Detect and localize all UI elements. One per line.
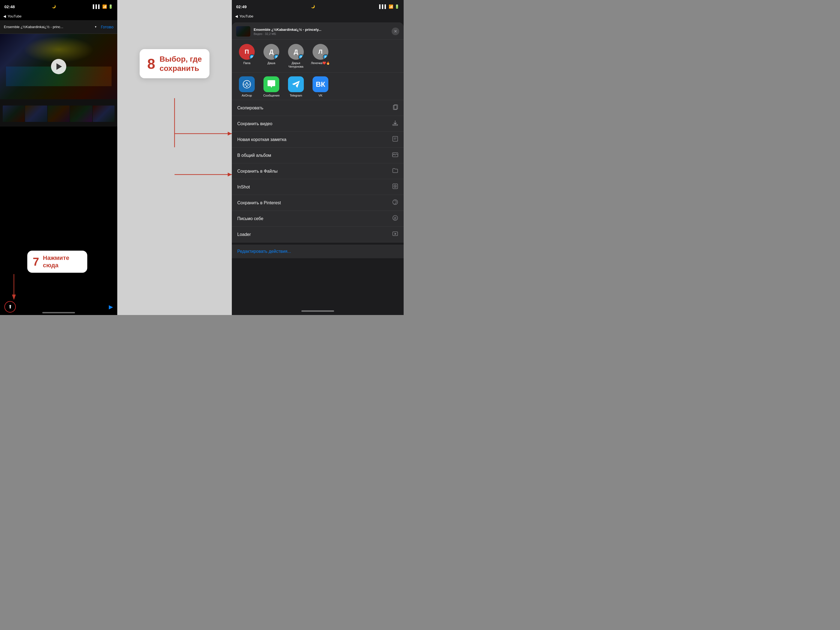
contact-darya[interactable]: Д ✈ ДарьяЧепурнова <box>284 44 308 68</box>
contact-avatar-papa: П ✈ <box>239 44 255 60</box>
signal-icon: ▌▌▌ <box>93 4 101 9</box>
action-save-video-label: Сохранить видео <box>237 122 272 126</box>
film-frame-2 <box>25 106 47 122</box>
callout-8: 8 Выбор, гдесохранить <box>140 49 210 78</box>
action-loader-label: Loader <box>237 232 251 237</box>
youtube-nav-right: ◀ YouTube <box>232 12 404 20</box>
contacts-row: П ✈ Папа Д ✈ Даша Д ✈ ДарьяЧепурнова <box>232 39 404 73</box>
svg-text:@: @ <box>394 216 396 219</box>
film-frame-5 <box>93 106 115 122</box>
play-button[interactable] <box>51 59 66 74</box>
battery-icon-right: 🔋 <box>395 4 399 9</box>
video-title-bar: Ensemble ¿½Kabardinkai¿½ - princ... ▾ Го… <box>0 20 117 34</box>
action-save-pinterest[interactable]: Сохранить в Pinterest <box>232 195 404 211</box>
youtube-label-right: YouTube <box>240 14 253 18</box>
contact-initial-darya: Д <box>294 48 298 55</box>
action-inshot[interactable]: InShot <box>232 179 404 195</box>
film-frame-4 <box>70 106 92 122</box>
telegram-badge-dasha: ✈ <box>274 54 279 60</box>
status-icons-left: ▌▌▌ 📶 🔋 <box>93 4 113 9</box>
dropdown-arrow[interactable]: ▾ <box>95 25 96 28</box>
action-shared-album[interactable]: В общий альбом <box>232 148 404 163</box>
time-right: 02:49 <box>236 4 246 9</box>
action-copy[interactable]: Скопировать <box>232 100 404 116</box>
app-messages[interactable]: Сообщения <box>259 76 284 97</box>
contact-lenochka[interactable]: Л ✈ Леночка❤️🔥 <box>308 44 333 68</box>
app-name-airdrop: AirDrop <box>242 94 252 97</box>
share-sheet: Ensemble ¿½Kabardinkai¿½ - princely... В… <box>232 22 404 307</box>
svg-marker-25 <box>395 233 396 235</box>
film-strip <box>0 104 117 123</box>
home-indicator-left <box>42 312 75 313</box>
action-mail-self-icon: @ <box>392 215 398 222</box>
action-list: Скопировать Сохранить видео Новая коротк… <box>232 100 404 307</box>
signal-icon-right: ▌▌▌ <box>379 4 387 9</box>
messages-svg <box>267 80 276 88</box>
app-name-messages: Сообщения <box>263 94 279 97</box>
moon-icon-right: 🌙 <box>311 5 315 8</box>
share-sheet-header: Ensemble ¿½Kabardinkai¿½ - princely... В… <box>232 22 404 39</box>
action-shared-album-label: В общий альбом <box>237 153 271 158</box>
action-mail-self[interactable]: Письмо себе @ <box>232 211 404 227</box>
video-thumbnail <box>0 34 117 99</box>
share-sheet-close-button[interactable]: ✕ <box>392 28 399 35</box>
contact-initial-dasha: Д <box>269 48 273 55</box>
svg-marker-4 <box>228 132 232 136</box>
left-panel: 02:48 🌙 ▌▌▌ 📶 🔋 ◀ YouTube Ensemble ¿½Kab… <box>0 0 117 315</box>
status-bar-left: 02:48 🌙 ▌▌▌ 📶 🔋 <box>0 0 117 12</box>
contact-avatar-dasha: Д ✈ <box>264 44 279 60</box>
time-left: 02:48 <box>4 4 15 9</box>
svg-rect-12 <box>393 124 398 125</box>
back-arrow-left[interactable]: ◀ <box>3 14 6 18</box>
play-right-button[interactable]: ▶ <box>109 303 113 310</box>
callout-8-number: 8 <box>147 57 155 71</box>
app-airdrop[interactable]: AirDrop <box>235 76 259 97</box>
action-loader[interactable]: Loader <box>232 227 404 242</box>
contact-name-lenochka: Леночка❤️🔥 <box>311 62 330 65</box>
back-arrow-right[interactable]: ◀ <box>235 14 238 18</box>
app-icon-messages <box>264 76 279 92</box>
svg-point-20 <box>395 186 396 187</box>
action-save-video[interactable]: Сохранить видео <box>232 116 404 132</box>
contact-initial-papa: П <box>245 48 249 55</box>
contact-avatar-darya: Д ✈ <box>288 44 304 60</box>
contact-name-papa: Папа <box>243 62 250 65</box>
youtube-nav-left: ◀ YouTube <box>0 12 117 20</box>
action-save-video-icon <box>392 120 398 127</box>
svg-point-17 <box>393 154 394 155</box>
share-sheet-thumb-inner <box>236 26 250 36</box>
arrows-middle <box>117 0 232 315</box>
share-button[interactable]: ⬆ <box>4 301 16 313</box>
share-sheet-thumb <box>236 26 250 36</box>
wifi-icon-right: 📶 <box>388 4 393 9</box>
action-save-pinterest-icon <box>392 199 398 207</box>
app-telegram[interactable]: Telegram <box>284 76 308 97</box>
contact-dasha[interactable]: Д ✈ Даша <box>259 44 284 68</box>
middle-panel: 8 Выбор, гдесохранить <box>117 0 232 315</box>
home-indicator-right <box>232 307 404 315</box>
contact-papa[interactable]: П ✈ Папа <box>235 44 259 68</box>
edit-actions-label: Редактировать действия... <box>237 249 291 254</box>
edit-actions-section[interactable]: Редактировать действия... <box>232 245 404 258</box>
action-new-note[interactable]: Новая короткая заметка <box>232 132 404 148</box>
contact-name-darya: ДарьяЧепурнова <box>289 62 303 68</box>
action-new-note-label: Новая короткая заметка <box>237 137 286 142</box>
share-sheet-info: Ensemble ¿½Kabardinkai¿½ - princely... В… <box>254 28 392 35</box>
action-loader-icon <box>392 231 398 238</box>
callout-8-text: Выбор, гдесохранить <box>159 55 202 73</box>
wifi-icon: 📶 <box>102 4 107 9</box>
action-save-files-label: Сохранить в Файлы <box>237 169 278 174</box>
telegram-badge-lenochka: ✈ <box>323 54 328 60</box>
vk-text: ВК <box>316 80 325 88</box>
status-icons-right: ▌▌▌ 📶 🔋 <box>379 4 399 9</box>
action-inshot-icon <box>392 183 398 191</box>
apps-row: AirDrop Сообщения Telegram <box>232 73 404 100</box>
telegram-svg <box>291 80 300 89</box>
svg-rect-13 <box>393 136 398 141</box>
app-vk[interactable]: ВК VK <box>308 76 333 97</box>
app-icon-telegram <box>288 76 304 92</box>
app-icon-vk: ВК <box>313 76 328 92</box>
action-save-files[interactable]: Сохранить в Файлы <box>232 163 404 179</box>
gotovo-button[interactable]: Готово <box>101 25 114 29</box>
share-icon: ⬆ <box>8 304 12 310</box>
